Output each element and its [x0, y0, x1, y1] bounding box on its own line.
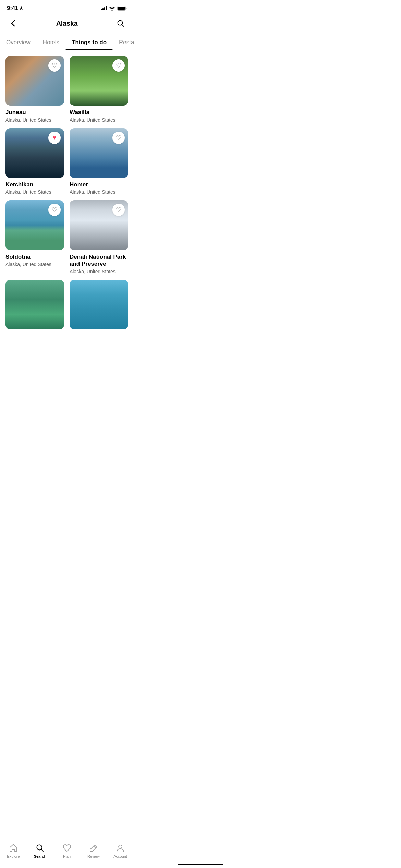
partial-card-2[interactable] [70, 280, 128, 329]
card-name-soldotna: Soldotna [5, 254, 64, 261]
card-ketchikan[interactable]: ♥ Ketchikan Alaska, United States [5, 128, 64, 195]
svg-point-0 [112, 10, 113, 11]
card-homer[interactable]: ♡ Homer Alaska, United States [70, 128, 128, 195]
card-image-juneau: ♡ [5, 56, 64, 106]
card-image-soldotna: ♡ [5, 200, 64, 250]
card-subtitle-homer: Alaska, United States [70, 189, 128, 195]
back-button[interactable] [7, 17, 19, 29]
card-image-ketchikan: ♥ [5, 128, 64, 178]
card-name-ketchikan: Ketchikan [5, 181, 64, 188]
favorite-button-homer[interactable]: ♡ [112, 132, 125, 144]
card-subtitle-wasilla: Alaska, United States [70, 117, 128, 123]
card-image-homer: ♡ [70, 128, 128, 178]
favorite-button-wasilla[interactable]: ♡ [112, 59, 125, 72]
card-image-denali: ♡ [70, 200, 128, 250]
content-area: ♡ Juneau Alaska, United States ♡ Wasilla… [0, 50, 134, 369]
heart-icon-denali: ♡ [116, 206, 121, 214]
page-title: Alaska [56, 20, 78, 27]
tab-restaurants[interactable]: Restaurants [113, 35, 134, 50]
wifi-icon [109, 6, 115, 11]
card-subtitle-juneau: Alaska, United States [5, 117, 64, 123]
header: Alaska [0, 14, 134, 35]
card-name-denali: Denali National Park and Preserve [70, 254, 128, 268]
svg-rect-2 [118, 7, 125, 10]
card-name-homer: Homer [70, 181, 128, 188]
heart-icon-wasilla: ♡ [116, 62, 121, 69]
search-header-button[interactable] [114, 17, 127, 29]
card-subtitle-soldotna: Alaska, United States [5, 262, 64, 267]
card-subtitle-denali: Alaska, United States [70, 269, 128, 274]
card-denali[interactable]: ♡ Denali National Park and Preserve Alas… [70, 200, 128, 274]
favorite-button-juneau[interactable]: ♡ [48, 59, 61, 72]
battery-icon [117, 6, 127, 11]
tab-bar: Overview Hotels Things to do Restaurants [0, 35, 134, 50]
status-bar: 9:41 [0, 0, 134, 14]
location-arrow-icon [20, 6, 23, 11]
heart-icon-soldotna: ♡ [52, 206, 57, 214]
partial-card-1[interactable] [5, 280, 64, 329]
card-name-juneau: Juneau [5, 109, 64, 116]
card-subtitle-ketchikan: Alaska, United States [5, 189, 64, 195]
destination-grid: ♡ Juneau Alaska, United States ♡ Wasilla… [5, 50, 128, 280]
tab-hotels[interactable]: Hotels [37, 35, 65, 50]
card-juneau[interactable]: ♡ Juneau Alaska, United States [5, 56, 64, 123]
tab-overview[interactable]: Overview [0, 35, 37, 50]
card-name-wasilla: Wasilla [70, 109, 128, 116]
partial-cards-row [5, 280, 128, 335]
heart-icon-juneau: ♡ [52, 62, 57, 69]
heart-icon-ketchikan: ♥ [53, 134, 57, 141]
status-time: 9:41 [7, 5, 18, 12]
favorite-button-ketchikan[interactable]: ♥ [48, 132, 61, 144]
tab-things-to-do[interactable]: Things to do [65, 35, 113, 50]
card-soldotna[interactable]: ♡ Soldotna Alaska, United States [5, 200, 64, 274]
heart-icon-homer: ♡ [116, 134, 121, 142]
card-wasilla[interactable]: ♡ Wasilla Alaska, United States [70, 56, 128, 123]
status-icons [101, 6, 127, 11]
signal-icon [101, 6, 107, 10]
card-image-wasilla: ♡ [70, 56, 128, 106]
